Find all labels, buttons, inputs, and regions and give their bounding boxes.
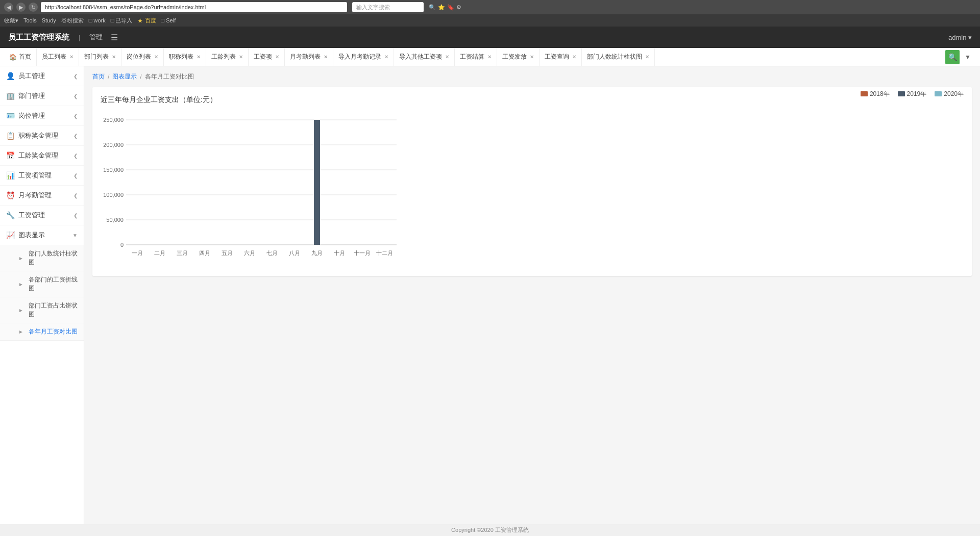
nav-dept-list[interactable]: 部门列表 ✕ (79, 48, 121, 66)
sidebar-item-attendance[interactable]: ⏰ 月考勤管理 ❮ (0, 186, 84, 206)
sidebar-item-dept[interactable]: 🏢 部门管理 ❮ (0, 86, 84, 106)
sidebar-item-seniority-bonus[interactable]: 📅 工龄奖金管理 ❮ (0, 146, 84, 166)
salary-items-arrow-icon: ❮ (74, 173, 78, 178)
browser-toolbar: ◀ ▶ ↻ http://localhost:8084/ssm_esms/toP… (0, 0, 980, 14)
back-button[interactable]: ◀ (4, 3, 13, 12)
bookmarks-menu[interactable]: 收藏▾ (4, 17, 18, 24)
x-label-nov: 十一月 (354, 250, 371, 256)
legend-2020: 2020年 (935, 90, 964, 98)
legend-color-2018 (861, 91, 868, 96)
legend-label-2018: 2018年 (870, 90, 890, 98)
footer-text: Copyright ©2020 工资管理系统 (451, 526, 529, 534)
building-icon: 🏢 (6, 92, 14, 100)
search-bar[interactable]: 输入文字搜索 (352, 2, 424, 12)
nav-import-salary[interactable]: 导入其他工资项 ✕ (394, 48, 455, 66)
reload-button[interactable]: ↻ (29, 3, 38, 12)
nav-position-list[interactable]: 岗位列表 ✕ (121, 48, 164, 66)
close-attendance-list[interactable]: ✕ (324, 54, 328, 60)
close-import-salary[interactable]: ✕ (445, 54, 449, 60)
forward-button[interactable]: ▶ (16, 3, 26, 12)
footer: Copyright ©2020 工资管理系统 (0, 524, 980, 536)
breadcrumb-sep2: / (140, 73, 141, 81)
x-label-jun: 六月 (244, 250, 255, 256)
bookmark-study[interactable]: Study (42, 17, 56, 23)
chart-container: 近三年每月企业工资支出（单位:元） 2018年 2019年 2020年 (92, 87, 972, 276)
sidebar-item-salary-manage[interactable]: 🔧 工资管理 ❮ (0, 206, 84, 225)
bookmark-gufensousuo[interactable]: 谷粉搜索 (61, 17, 84, 24)
app-title: 员工工资管理系统 (8, 33, 69, 42)
nav-seniority-list[interactable]: 工龄列表 ✕ (206, 48, 249, 66)
close-salary-payment[interactable]: ✕ (530, 54, 534, 60)
submenu-yearly-bar-chart[interactable]: ► 各年月工资对比图 (0, 323, 84, 341)
bookmark-self[interactable]: □ Self (161, 17, 176, 23)
y-label-200k: 200,000 (103, 142, 124, 148)
nav-title-list[interactable]: 职称列表 ✕ (164, 48, 206, 66)
breadcrumb-current: 各年月工资对比图 (145, 72, 194, 81)
salary-manage-arrow-icon: ❮ (74, 213, 78, 218)
breadcrumb-home[interactable]: 首页 (92, 72, 105, 81)
x-label-jan: 一月 (132, 250, 143, 256)
close-import-attendance[interactable]: ✕ (384, 54, 388, 60)
app-header: 员工工资管理系统 | 管理 ☰ admin ▾ (0, 27, 980, 48)
nav-salary-query[interactable]: 工资查询 ✕ (540, 48, 582, 66)
nav-dept-stats[interactable]: 部门人数统计柱状图 ✕ (582, 48, 655, 66)
legend-color-2019 (898, 91, 905, 96)
close-salary-settlement[interactable]: ✕ (487, 54, 492, 60)
x-label-mar: 三月 (177, 250, 188, 256)
bookmark-work[interactable]: □ work (89, 17, 106, 23)
legend-2018: 2018年 (861, 90, 890, 98)
submenu-dept-pie-chart[interactable]: ► 部门工资占比饼状图 (0, 297, 84, 323)
dept-pie-expand-icon: ► (18, 308, 23, 313)
close-title-list[interactable]: ✕ (197, 54, 201, 60)
app-manage-label: 管理 (89, 33, 103, 42)
salary-items-icon: 📊 (6, 171, 14, 180)
close-employee-list[interactable]: ✕ (69, 54, 74, 60)
nav-salary-settlement[interactable]: 工资结算 ✕ (455, 48, 497, 66)
seniority-arrow-icon: ❮ (74, 153, 78, 159)
hamburger-icon[interactable]: ☰ (111, 33, 118, 42)
bookmark-imported[interactable]: □ 已导入 (111, 17, 133, 24)
dept-bar-expand-icon: ► (18, 256, 23, 261)
close-position-list[interactable]: ✕ (154, 54, 158, 60)
legend-label-2019: 2019年 (907, 90, 927, 98)
sidebar-item-position[interactable]: 🪪 岗位管理 ❮ (0, 106, 84, 126)
chart-title: 近三年每月企业工资支出（单位:元） (101, 95, 217, 105)
nav-import-attendance[interactable]: 导入月考勤记录 ✕ (333, 48, 394, 66)
sidebar-item-title-bonus[interactable]: 📋 职称奖金管理 ❮ (0, 126, 84, 146)
nav-employee-list[interactable]: 员工列表 ✕ (37, 48, 79, 66)
bookmark-tools[interactable]: Tools (23, 17, 37, 23)
submenu-dept-line-chart[interactable]: ► 各部门的工资折线图 (0, 271, 84, 297)
legend-label-2020: 2020年 (944, 90, 964, 98)
seniority-icon: 📅 (6, 151, 14, 160)
nav-attendance-list[interactable]: 月考勤列表 ✕ (285, 48, 333, 66)
url-bar[interactable]: http://localhost:8084/ssm_esms/toPage.do… (41, 2, 347, 12)
top-nav-more[interactable]: ▼ (960, 54, 976, 61)
sidebar-position-label: 岗位管理 (18, 111, 45, 120)
sidebar-item-employee[interactable]: 👤 员工管理 ❮ (0, 66, 84, 86)
y-label-0: 0 (120, 242, 124, 248)
search-button-top[interactable]: 🔍 (945, 50, 960, 64)
close-dept-stats[interactable]: ✕ (645, 54, 649, 60)
sidebar-salary-manage-label: 工资管理 (18, 211, 45, 220)
submenu-dept-bar-chart[interactable]: ► 部门人数统计柱状图 (0, 245, 84, 271)
charts-icon: 📈 (6, 231, 14, 239)
admin-menu[interactable]: admin ▾ (948, 34, 972, 41)
nav-salary-item[interactable]: 工资项 ✕ (249, 48, 285, 66)
bookmark-baidu[interactable]: ★ 百度 (137, 17, 156, 24)
sidebar-item-salary-items[interactable]: 📊 工资项管理 ❮ (0, 166, 84, 186)
submenu-dept-pie-label: 部门工资占比饼状图 (29, 301, 78, 319)
x-label-may: 五月 (222, 250, 233, 256)
close-seniority-list[interactable]: ✕ (239, 54, 243, 60)
breadcrumb-parent[interactable]: 图表显示 (112, 72, 137, 81)
close-dept-list[interactable]: ✕ (112, 54, 116, 60)
top-nav: 🏠 首页 员工列表 ✕ 部门列表 ✕ 岗位列表 ✕ 职称列表 ✕ 工龄列表 ✕ … (0, 48, 980, 66)
title-separator: | (79, 34, 80, 41)
nav-home[interactable]: 🏠 首页 (4, 48, 37, 66)
sidebar-attendance-label: 月考勤管理 (18, 191, 52, 200)
chart-svg: 250,000 200,000 150,000 100,000 50,000 0 (101, 115, 402, 268)
submenu-dept-bar-label: 部门人数统计柱状图 (29, 249, 78, 267)
close-salary-query[interactable]: ✕ (572, 54, 576, 60)
sidebar-item-charts[interactable]: 📈 图表显示 ▼ (0, 225, 84, 245)
close-salary-item[interactable]: ✕ (275, 54, 279, 60)
nav-salary-payment[interactable]: 工资发放 ✕ (497, 48, 540, 66)
